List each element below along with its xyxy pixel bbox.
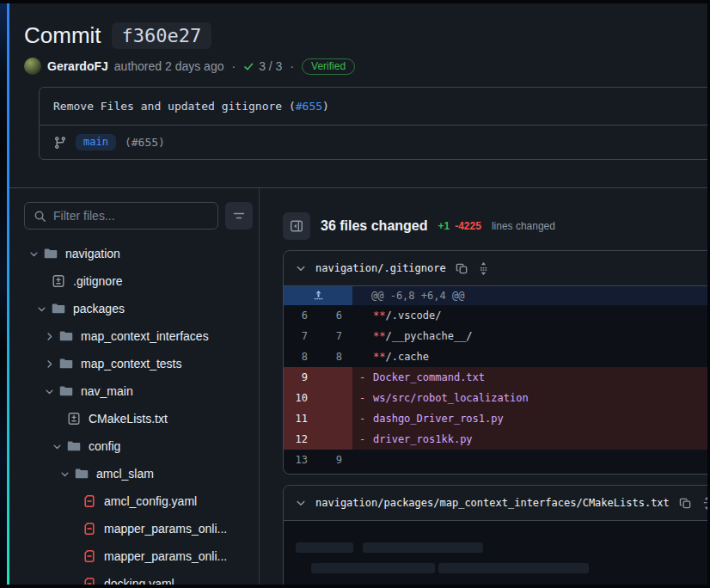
chevron-down-toggle[interactable]: [58, 467, 71, 481]
chevron-down-toggle[interactable]: [27, 247, 40, 260]
folder-icon: [59, 357, 73, 371]
copy-path-icon[interactable]: [456, 262, 468, 275]
tree-item-docking-yaml[interactable]: docking.yaml: [24, 570, 250, 585]
tree-item-mapper-params-onli-[interactable]: mapper_params_onli...: [24, 542, 250, 570]
avatar[interactable]: [24, 58, 41, 75]
code-text: **: [373, 309, 385, 322]
tree-item-navigation[interactable]: navigation: [24, 240, 250, 267]
tree-indent-spacer: [65, 522, 79, 536]
file-diff-icon: [52, 274, 65, 288]
tree-item--gitignore[interactable]: .gitignore: [24, 267, 250, 295]
tree-item-label: CMakeLists.txt: [89, 412, 168, 426]
diff-marker: -: [359, 433, 373, 445]
new-line-number: 7: [318, 326, 352, 346]
code-text: **: [373, 351, 385, 363]
folder-icon: [59, 384, 73, 398]
diff-panel-header: navigation/.gitignore: [284, 251, 707, 286]
chevron-down-icon[interactable]: [296, 498, 306, 508]
diff-line-context[interactable]: 66**/.vscode/: [284, 305, 707, 326]
unfold-all-icon[interactable]: [701, 497, 707, 510]
folder-icon: [59, 384, 73, 398]
chevron-down-icon: [45, 387, 54, 396]
chevron-right-toggle[interactable]: [42, 329, 56, 343]
tree-indent-spacer: [65, 494, 79, 508]
diff-line-deleted[interactable]: 9-Docker_command.txt: [284, 367, 707, 388]
file-removed-icon: [83, 494, 96, 508]
chevron-down-toggle[interactable]: [50, 439, 64, 453]
tree-item-config[interactable]: config: [24, 432, 250, 460]
code-text: /.vscode/: [385, 309, 441, 322]
filter-button[interactable]: [225, 202, 253, 230]
old-line-number: 9: [284, 371, 318, 383]
chevron-down-toggle[interactable]: [34, 302, 48, 315]
checks-status[interactable]: 3 / 3: [243, 59, 282, 73]
hunk-row: @@ -6,8 +6,4 @@: [284, 286, 707, 305]
expand-hunk-button[interactable]: [284, 286, 352, 305]
branch-badge[interactable]: main: [76, 134, 116, 150]
code-cell: -dashgo_Driver_ros1.py: [352, 408, 707, 429]
diff-filename[interactable]: navigation/packages/map_context_interfac…: [315, 497, 670, 509]
filter-files-input[interactable]: [53, 209, 209, 223]
dot-separator: ·: [288, 59, 296, 73]
verified-badge[interactable]: Verified: [302, 58, 355, 75]
author-name[interactable]: GerardoFJ: [47, 59, 108, 73]
tree-item-amcl-slam[interactable]: amcl_slam: [24, 460, 250, 487]
skeleton-bar: [296, 542, 353, 553]
chevron-down-icon: [37, 304, 46, 314]
old-line-number: 11: [284, 413, 318, 425]
diff-marker: -: [359, 371, 373, 383]
collapse-sidebar-button[interactable]: [283, 212, 310, 240]
folder-icon: [52, 302, 65, 315]
tree-item-amcl-config-yaml[interactable]: amcl_config.yaml: [24, 487, 250, 515]
chevron-right-toggle[interactable]: [42, 357, 56, 371]
diff-line-context[interactable]: 88**/.cache: [284, 346, 707, 367]
tree-indent-spacer: [34, 274, 48, 288]
commit-message-box: Remove Files and updated gitignore (#655…: [39, 87, 707, 160]
diff-panel-header: navigation/packages/map_context_interfac…: [284, 486, 707, 521]
diff-line-deleted[interactable]: 11-dashgo_Driver_ros1.py: [284, 408, 707, 429]
tree-item-label: amcl_config.yaml: [104, 494, 197, 508]
code-cell: -ws/src/robot_localization: [352, 388, 707, 408]
tree-item-map-context-interfaces[interactable]: map_context_interfaces: [24, 322, 250, 350]
chevron-right-icon: [45, 359, 54, 369]
code-cell: **/.vscode/: [352, 305, 707, 326]
filter-icon: [232, 209, 246, 223]
commit-header: Commit f360e27 GerardoFJ authored 2 days…: [9, 3, 707, 187]
additions-stat: +1: [438, 220, 450, 232]
git-branch-icon: [53, 136, 67, 150]
screenshot-frame: Commit f360e27 GerardoFJ authored 2 days…: [0, 0, 710, 588]
folder-icon: [75, 467, 89, 481]
folder-icon: [59, 329, 73, 343]
tree-item-nav-main[interactable]: nav_main: [24, 377, 250, 405]
copy-path-icon[interactable]: [679, 497, 692, 510]
deletions-stat: -4225: [455, 220, 481, 232]
code-text: driver_ros1kk.py: [373, 433, 473, 445]
diff-panel-cmakelists: navigation/packages/map_context_interfac…: [283, 485, 707, 585]
folder-icon: [59, 357, 73, 371]
new-line-number: 6: [318, 305, 352, 326]
diff-line-deleted[interactable]: 10-ws/src/robot_localization: [284, 388, 707, 408]
code-text: **: [373, 330, 385, 342]
tree-item-map-context-tests[interactable]: map_context_tests: [24, 350, 250, 377]
diff-line-context[interactable]: 77**/__pychache__/: [284, 326, 707, 346]
folder-icon: [67, 439, 81, 453]
file-removed-icon: [83, 549, 96, 563]
chevron-down-icon: [60, 469, 70, 479]
filter-files-field[interactable]: [24, 202, 218, 230]
skeleton-bar: [363, 542, 483, 553]
search-row: [24, 202, 250, 230]
pr-link[interactable]: #655: [296, 100, 322, 113]
diff-filename[interactable]: navigation/.gitignore: [315, 262, 446, 274]
tree-item-mapper-params-onli-[interactable]: mapper_params_onli...: [24, 515, 250, 542]
tree-item-packages[interactable]: packages: [24, 295, 250, 322]
diff-line-context[interactable]: 139: [284, 450, 707, 470]
chevron-down-icon[interactable]: [296, 263, 306, 273]
file-diff-icon: [67, 412, 81, 426]
file-diff-icon: [67, 412, 81, 426]
unfold-all-icon[interactable]: [478, 262, 489, 275]
tree-item-cmakelists-txt[interactable]: CMakeLists.txt: [24, 405, 250, 432]
author-row: GerardoFJ authored 2 days ago · 3 / 3 · …: [24, 58, 707, 75]
diff-line-deleted[interactable]: 12-driver_ros1kk.py: [284, 429, 707, 450]
sidebar-collapse-icon: [290, 219, 303, 233]
chevron-down-toggle[interactable]: [42, 384, 56, 398]
